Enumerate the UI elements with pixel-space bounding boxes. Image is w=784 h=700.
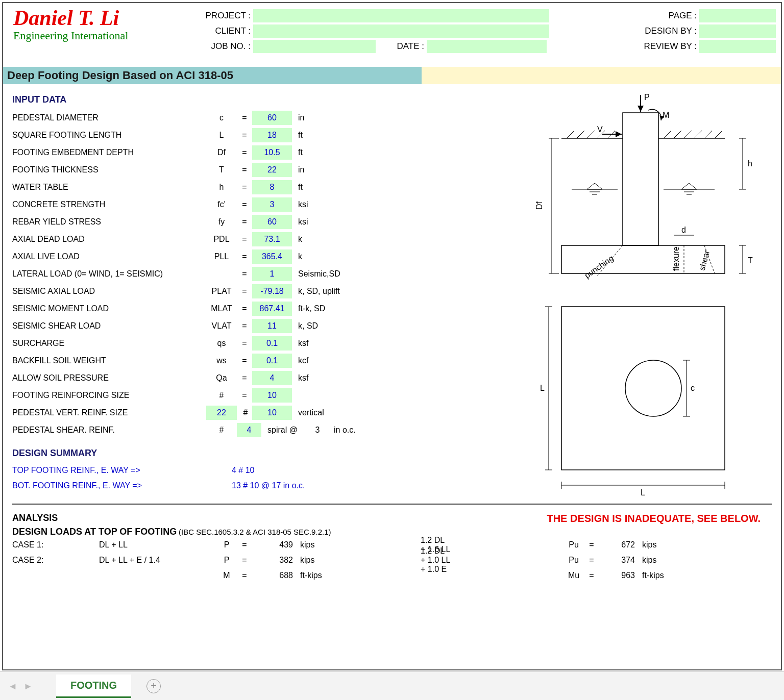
jobno-label: JOB NO. : (156, 41, 253, 52)
input-label: WATER TABLE (12, 183, 206, 192)
page-label: PAGE : (567, 11, 699, 21)
svg-line-14 (715, 131, 722, 138)
input-value[interactable]: 60 (252, 215, 292, 229)
input-unit: in (292, 165, 384, 174)
input-label: FOOTING REINFORCING SIZE (12, 391, 206, 400)
add-tab-icon[interactable]: + (146, 679, 161, 693)
input-value[interactable]: 73.1 (252, 232, 292, 246)
topreinf-val: 4 # 10 (232, 466, 254, 475)
svg-text:h: h (748, 159, 752, 168)
input-value[interactable]: 0.1 (252, 354, 292, 368)
svg-text:Df: Df (535, 201, 544, 210)
input-label: BACKFILL SOIL WEIGHT (12, 356, 206, 365)
input-unit: k, SD, uplift (292, 287, 384, 296)
case2-pucombo: 1.2 DL + 1.0 LL + 1.0 E (329, 546, 451, 574)
input-value[interactable]: 18 (252, 128, 292, 142)
input-symbol: PLL (206, 252, 237, 261)
svg-line-13 (704, 131, 712, 138)
analysis-sub: DESIGN LOADS AT TOP OF FOOTING (12, 527, 177, 537)
svg-line-4 (567, 131, 574, 138)
pedshear-val[interactable]: 4 (237, 423, 261, 437)
svg-text:L: L (540, 384, 545, 392)
input-symbol: PDL (206, 235, 237, 244)
input-value[interactable]: 22 (252, 163, 292, 177)
input-value[interactable]: -79.18 (252, 284, 292, 298)
input-value[interactable]: 3 (252, 197, 292, 212)
client-label: CLIENT : (156, 26, 253, 36)
case2-P: 382 (252, 556, 293, 565)
svg-text:d: d (681, 226, 686, 234)
input-unit: ksi (292, 217, 384, 227)
svg-text:L: L (641, 488, 645, 497)
svg-line-9 (664, 131, 671, 138)
case2-combo: DL + LL + E / 1.4 (99, 556, 216, 565)
input-value[interactable]: 1 (252, 267, 292, 281)
input-unit: ksf (292, 373, 384, 383)
pedvert-qty[interactable]: 22 (206, 406, 237, 420)
page-input[interactable] (699, 9, 776, 22)
input-unit: ksi (292, 200, 384, 209)
input-symbol: Df (206, 148, 237, 157)
input-symbol: PLAT (206, 287, 237, 296)
jobno-input[interactable] (253, 40, 376, 53)
case1-P: 439 (252, 540, 293, 549)
project-label: PROJECT : (156, 11, 253, 21)
svg-rect-0 (623, 113, 658, 245)
svg-text:c: c (691, 384, 695, 392)
input-label: FOOTING EMBEDMENT DEPTH (12, 148, 206, 157)
pedshear-sym: # (206, 426, 237, 435)
input-value[interactable]: 10 (252, 388, 292, 403)
input-unit: ksf (292, 339, 384, 348)
svg-text:P: P (644, 93, 650, 102)
logo: Daniel T. Li Engineering International (13, 6, 128, 42)
case-Mu: 963 (599, 571, 635, 580)
case2-Pu: 374 (599, 556, 635, 565)
sheet-tabs: ◄ ► FOOTING + (0, 671, 784, 700)
date-input[interactable] (427, 40, 547, 53)
input-symbol: T (206, 165, 237, 174)
warning-text: THE DESIGN IS INADEQUATE, SEE BELOW. (547, 513, 761, 524)
svg-line-5 (577, 131, 584, 138)
pedvert-val[interactable]: 10 (252, 406, 292, 420)
logo-sub: Engineering International (13, 29, 128, 42)
input-symbol: c (206, 113, 237, 122)
reviewby-input[interactable] (699, 40, 776, 53)
case1-combo: DL + LL (99, 540, 216, 549)
svg-text:punching: punching (583, 254, 615, 280)
tab-next-icon[interactable]: ► (20, 679, 36, 694)
input-label: SURCHARGE (12, 339, 206, 348)
input-unit: ft (292, 131, 384, 140)
input-label: FOOTING THICKNESS (12, 165, 206, 174)
input-value[interactable]: 11 (252, 319, 292, 333)
input-unit: ft (292, 148, 384, 157)
input-value[interactable]: 867.41 (252, 302, 292, 316)
pedvert-label: PEDESTAL VERT. REINF. SIZE (12, 408, 206, 417)
input-value[interactable]: 365.4 (252, 249, 292, 264)
pedshear-unit2: in o.c. (328, 426, 356, 435)
input-value[interactable]: 10.5 (252, 145, 292, 160)
svg-point-47 (625, 360, 681, 416)
input-value[interactable]: 4 (252, 371, 292, 385)
input-unit: k (292, 252, 384, 261)
input-label: SEISMIC MOMENT LOAD (12, 304, 206, 313)
svg-text:T: T (748, 256, 753, 265)
tab-prev-icon[interactable]: ◄ (5, 679, 20, 694)
project-input[interactable] (253, 9, 549, 22)
tab-footing[interactable]: FOOTING (56, 674, 131, 698)
input-value[interactable]: 0.1 (252, 336, 292, 351)
topreinf-label: TOP FOOTING REINF., E. WAY => (12, 466, 232, 475)
page-title: Deep Footing Design Based on ACI 318-05 (3, 67, 422, 84)
designby-input[interactable] (699, 24, 776, 38)
input-value[interactable]: 60 (252, 111, 292, 125)
svg-text:V: V (597, 125, 603, 134)
client-input[interactable] (253, 24, 549, 38)
input-symbol: qs (206, 339, 237, 348)
input-symbol: MLAT (206, 304, 237, 313)
pedvert-unit: vertical (292, 408, 384, 417)
input-value[interactable]: 8 (252, 180, 292, 194)
input-symbol: fc' (206, 200, 237, 209)
case-M: 688 (252, 571, 293, 580)
input-label: AXIAL DEAD LOAD (12, 235, 206, 244)
input-unit: k (292, 235, 384, 244)
input-unit: ft (292, 183, 384, 192)
